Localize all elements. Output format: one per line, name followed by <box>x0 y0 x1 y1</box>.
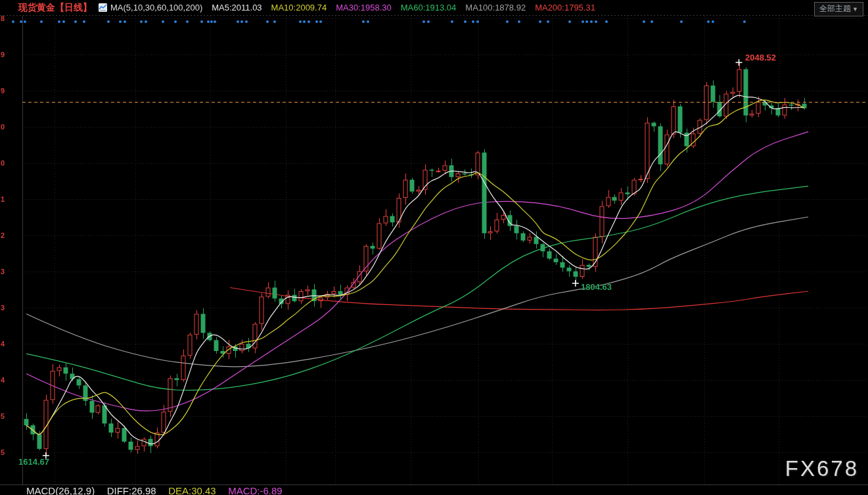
y-axis-tick: 1 <box>1 195 5 203</box>
candlestick-chart-canvas[interactable] <box>0 0 868 495</box>
y-axis-tick: 2 <box>1 231 5 239</box>
y-axis-tick: 3 <box>1 304 5 312</box>
instrument-title: 现货黄金【日线】 <box>18 2 92 14</box>
chart-header: 现货黄金【日线】 MA(5,10,30,60,100,200) MA5:2011… <box>0 0 868 15</box>
macd-params-label: MACD(26,12,9) <box>26 485 95 495</box>
y-axis-tick: 4 <box>1 376 5 384</box>
legend-ma60: MA60:1913.04 <box>401 3 457 12</box>
legend-ma30: MA30:1958.30 <box>336 3 392 12</box>
ma-settings-label: MA(5,10,30,60,100,200) <box>110 3 202 12</box>
fx678-watermark: FX678 <box>785 456 859 481</box>
y-axis-tick: 5 <box>1 448 5 456</box>
trading-app-window: { "header": { "title": "现货黄金【日线】", "titl… <box>0 0 868 495</box>
legend-ma10: MA10:2009.74 <box>271 3 327 12</box>
y-axis-tick: 4 <box>1 340 5 348</box>
y-axis-tick: 0 <box>1 159 5 167</box>
legend-ma200: MA200:1795.31 <box>535 3 595 12</box>
theme-selector-label: 全部主题 <box>819 4 851 13</box>
y-axis-tick: 8 <box>1 14 5 22</box>
macd-dea-value: DEA:30.43 <box>168 485 216 495</box>
price-annotation-pullback-low: 1804.63 <box>581 282 612 292</box>
price-annotation-high: 2048.52 <box>745 53 776 62</box>
y-axis-tick: 9 <box>1 87 5 95</box>
legend-ma100: MA100:1878.92 <box>465 3 526 12</box>
theme-selector-dropdown[interactable]: 全部主题▼ <box>814 2 863 16</box>
macd-value: MACD:-6.89 <box>228 485 283 495</box>
legend-ma5: MA5:2011.03 <box>212 3 262 12</box>
chevron-down-icon: ▼ <box>852 6 858 12</box>
macd-diff-value: DIFF:26.98 <box>107 485 156 495</box>
y-axis-tick: 3 <box>1 268 5 275</box>
mini-line-chart-icon[interactable] <box>99 3 107 12</box>
price-annotation-low: 1614.67 <box>18 457 49 467</box>
y-axis-tick: 0 <box>1 123 5 131</box>
macd-indicator-bar: MACD(26,12,9) DIFF:26.98 DEA:30.43 MACD:… <box>26 485 292 495</box>
y-axis-tick: 9 <box>1 51 5 59</box>
y-axis-tick: 5 <box>1 412 5 420</box>
